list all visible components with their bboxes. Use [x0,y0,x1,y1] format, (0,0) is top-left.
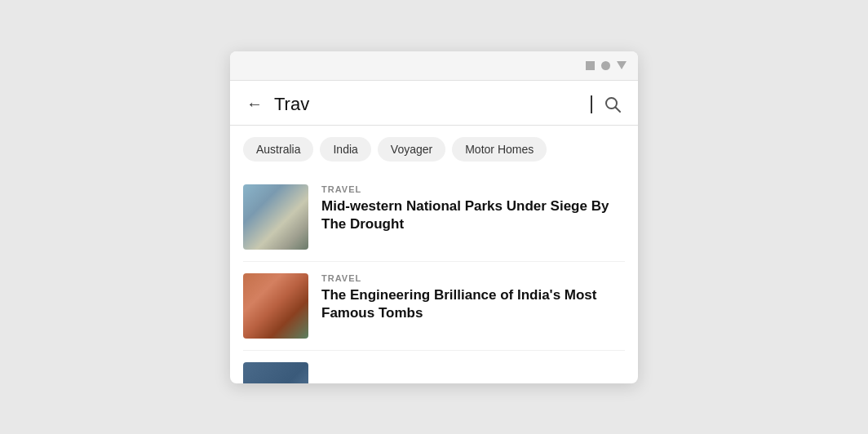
text-cursor [591,95,592,113]
article-thumbnail [243,273,308,339]
article-thumbnail [243,184,308,250]
search-icon[interactable] [604,95,622,113]
tag-motor-homes[interactable]: Motor Homes [452,137,547,162]
search-input[interactable]: Trav [274,94,591,115]
title-bar [230,51,638,81]
tag-voyager[interactable]: Voyager [378,137,445,162]
titlebar-triangle-icon [617,61,627,69]
search-input-wrapper[interactable]: Trav [274,94,592,115]
article-list: TRAVEL Mid-western National Parks Under … [230,173,638,383]
search-bar-area: ← Trav [230,81,638,126]
titlebar-circle-icon [601,61,610,70]
article-category: TRAVEL [321,273,625,283]
article-item-partial[interactable] [243,351,625,383]
article-category: TRAVEL [321,184,625,194]
article-content: TRAVEL Mid-western National Parks Under … [321,184,625,235]
phone-container: ← Trav Australia India Voyager Motor Hom… [230,51,638,383]
back-button[interactable]: ← [246,95,263,113]
svg-line-1 [616,107,621,112]
article-title: Mid-western National Parks Under Siege B… [321,197,625,235]
article-item[interactable]: TRAVEL The Engineering Brilliance of Ind… [243,262,625,351]
article-thumbnail [243,362,308,383]
tags-row: Australia India Voyager Motor Homes [230,126,638,173]
article-title: The Engineering Brilliance of India's Mo… [321,286,625,324]
article-content: TRAVEL The Engineering Brilliance of Ind… [321,273,625,324]
tag-australia[interactable]: Australia [243,137,313,162]
titlebar-square-icon [586,61,595,70]
article-item[interactable]: TRAVEL Mid-western National Parks Under … [243,173,625,262]
tag-india[interactable]: India [320,137,370,162]
